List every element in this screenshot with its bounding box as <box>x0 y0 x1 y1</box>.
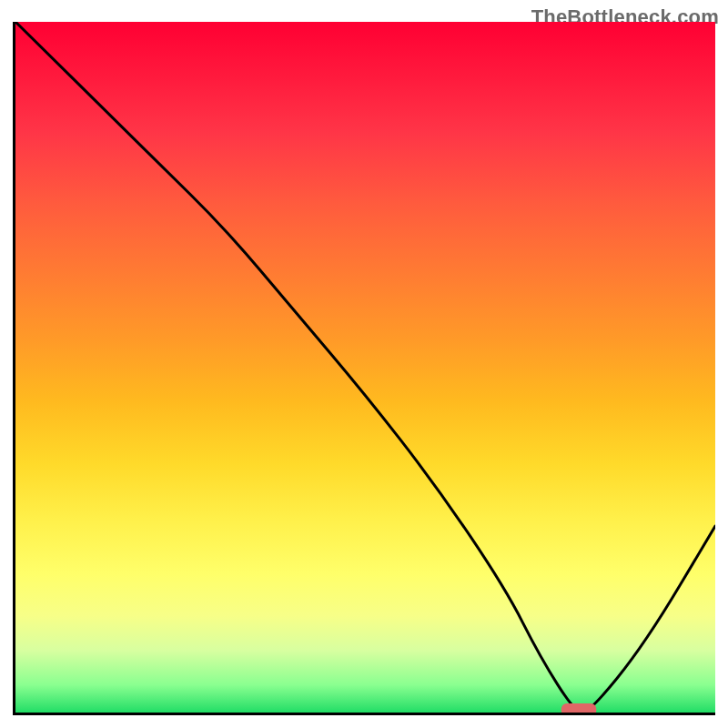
optimal-marker <box>561 703 596 713</box>
bottleneck-curve <box>15 22 715 713</box>
plot-area <box>13 22 715 715</box>
chart-root: { "watermark": "TheBottleneck.com", "cha… <box>0 0 728 728</box>
chart-svg <box>15 22 715 713</box>
